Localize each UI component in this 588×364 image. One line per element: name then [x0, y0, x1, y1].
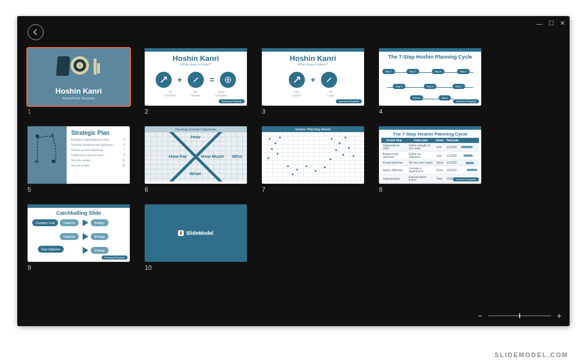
slide-title: Strategic Plan	[71, 130, 125, 136]
watermark: SLIDEMODEL.COM	[494, 351, 568, 358]
slide-thumbnail-9[interactable]: Catchballing Slide Company Goal Objectiv…	[28, 204, 130, 271]
slide-thumbnail-5[interactable]: ✕ ✕ Strategic Plan Establish organizatio…	[28, 126, 130, 193]
slide-thumbnail-2[interactable]: Hoshin Kanri What does it mean? + = HoDi…	[145, 48, 247, 115]
download-tag: Download Template	[102, 255, 127, 260]
window-controls: — ☐ ✕	[536, 20, 565, 27]
catchball-diagram: Company Goal Objective Strategy Objectiv…	[28, 216, 130, 262]
compass-icon	[220, 72, 236, 88]
back-button[interactable]	[28, 24, 44, 40]
x-matrix-icon: How How Far How Much Who What	[145, 132, 247, 181]
planning-matrix-icon	[262, 132, 364, 181]
zoom-control: − +	[478, 311, 562, 320]
slide-thumbnail-3[interactable]: Hoshin Kanri What does it mean? + KanCon…	[262, 48, 364, 115]
close-button[interactable]: ✕	[560, 20, 565, 27]
slide-number: 6	[145, 186, 247, 193]
needle-icon	[188, 72, 204, 88]
download-tag: Download Template	[336, 99, 362, 103]
zoom-in-button[interactable]: +	[557, 311, 562, 320]
download-tag: Download Template	[453, 177, 479, 181]
zoom-slider[interactable]	[488, 315, 551, 316]
slide-title: Develop Annual Objectives	[145, 126, 247, 132]
slide-number: 9	[28, 264, 130, 271]
logo-icon	[178, 230, 184, 236]
up-arrows-icon	[90, 56, 100, 76]
slide-subtitle: PowerPoint Template	[28, 96, 130, 100]
slide-title: The 7-Step Hoshin Planning Cycle	[379, 54, 481, 60]
hoshin-table: Hoshin StepAction planOwnerTimescale Org…	[381, 138, 479, 184]
target-icon	[71, 56, 89, 75]
zoom-out-button[interactable]: −	[478, 311, 482, 320]
slide-thumbnail-6[interactable]: Develop Annual Objectives How How Far Ho…	[145, 126, 247, 193]
slide-thumbnail-1[interactable]: Hoshin Kanri PowerPoint Template 1	[28, 48, 130, 115]
chess-knight-icon	[56, 56, 70, 76]
needle-icon	[321, 72, 337, 88]
slide-title: Catchballing Slide	[28, 210, 130, 216]
page-canvas: — ☐ ✕ Hoshin Kanri PowerPoint Template	[0, 0, 588, 364]
slide-number: 3	[262, 108, 364, 115]
direction-icon	[156, 72, 172, 88]
slide-thumbnail-10[interactable]: SlideModel 10	[145, 204, 247, 271]
slidemodel-logo: SlideModel	[178, 230, 214, 236]
slide-number: 4	[379, 108, 481, 115]
slide-thumbnail-7[interactable]: Hoshin Planning Matrix	[262, 126, 364, 193]
slide-title: Hoshin Kanri	[262, 54, 364, 63]
slide-number: 1	[28, 108, 130, 115]
slide-title: Hoshin Kanri	[145, 54, 247, 63]
slide-number: 2	[145, 108, 247, 115]
slide-number: 7	[262, 186, 364, 193]
slide-subtitle: What does it mean?	[262, 63, 364, 66]
slide-number: 10	[145, 264, 247, 271]
minimize-button[interactable]: —	[536, 20, 543, 27]
download-tag: Download Template	[453, 99, 479, 103]
slide-subtitle: What does it mean?	[145, 63, 247, 66]
arrow-left-icon	[32, 28, 40, 36]
hoshin-graphic	[28, 56, 130, 76]
slide-number: 8	[379, 186, 481, 193]
download-tag: Download Template	[219, 99, 245, 103]
slide-title: The 7-Step Hoshin Planning Cycle	[379, 131, 481, 137]
powerpoint-slide-sorter-window: — ☐ ✕ Hoshin Kanri PowerPoint Template	[17, 16, 570, 326]
slide-grid: Hoshin Kanri PowerPoint Template 1 Hoshi…	[28, 48, 559, 271]
direction-icon	[289, 72, 305, 88]
slide-thumbnail-8[interactable]: The 7-Step Hoshin Planning Cycle Hoshin …	[379, 126, 481, 193]
slide-thumbnail-4[interactable]: The 7-Step Hoshin Planning Cycle Step 1 …	[379, 48, 481, 115]
slide-number: 5	[28, 186, 130, 193]
slide-title: Hoshin Kanri	[28, 87, 130, 95]
tactics-icon: ✕ ✕	[32, 131, 62, 179]
restore-button[interactable]: ☐	[548, 20, 554, 27]
slide-title: Hoshin Planning Matrix	[262, 126, 364, 132]
